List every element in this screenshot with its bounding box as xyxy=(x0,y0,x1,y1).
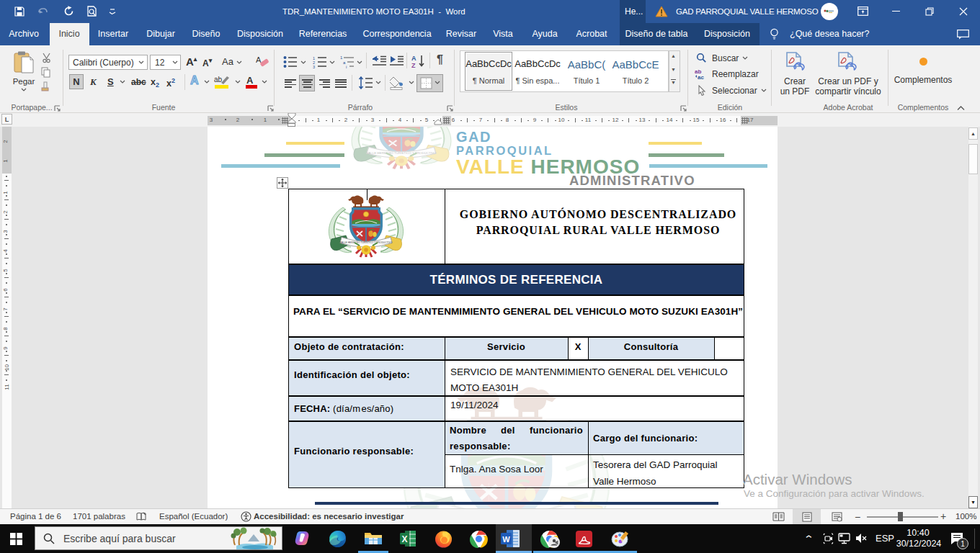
svg-text:i: i xyxy=(346,65,347,68)
svg-text:A: A xyxy=(246,75,254,86)
svg-text:ab: ab xyxy=(214,76,223,84)
svg-text:A: A xyxy=(411,55,416,62)
svg-text:Z: Z xyxy=(411,62,416,68)
svg-text:a: a xyxy=(343,60,346,65)
svg-text:3: 3 xyxy=(313,65,315,69)
svg-text:W: W xyxy=(502,535,510,544)
svg-text:ac: ac xyxy=(698,74,704,80)
svg-text:1: 1 xyxy=(340,55,343,60)
svg-text:X: X xyxy=(401,534,407,544)
